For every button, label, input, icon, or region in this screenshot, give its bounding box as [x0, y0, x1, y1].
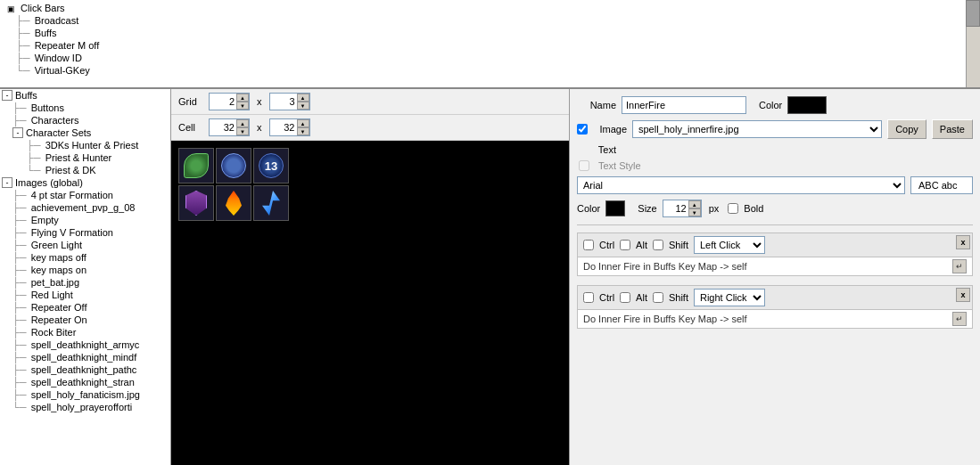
action-shift-1[interactable]: [653, 240, 663, 250]
copy-button[interactable]: Copy: [887, 119, 926, 139]
tree-item-repeater-on[interactable]: ├─ Repeater On: [0, 314, 170, 326]
tree-item-characters[interactable]: ├─ Characters: [0, 114, 170, 126]
tree-item-holy-prayer[interactable]: └─ spell_holy_prayerofforti: [0, 401, 170, 413]
top-item-buffs[interactable]: ├─ Buffs: [4, 27, 964, 39]
tree-item-pet-bat[interactable]: ├─ pet_bat.jpg: [0, 276, 170, 289]
cell-x-up[interactable]: ▲: [236, 119, 249, 127]
button-cell-0[interactable]: [178, 148, 214, 184]
tree-item-rock-biter[interactable]: ├─ Rock Biter: [0, 326, 170, 339]
tree-item-red-light[interactable]: ├─ Red Light: [0, 289, 170, 301]
top-item-label-gkey: Virtual-GKey: [35, 65, 90, 76]
expand-icon-images: -: [2, 177, 12, 188]
cell-y-down[interactable]: ▼: [297, 127, 309, 135]
image-select[interactable]: spell_holy_innerfire.jpg: [632, 120, 882, 138]
button-cell-2[interactable]: 13: [253, 148, 289, 184]
cell-y-input[interactable]: [270, 121, 297, 134]
tree-item-repeater-off[interactable]: ├─ Repeater Off: [0, 301, 170, 314]
grid-x-up[interactable]: ▲: [236, 94, 249, 102]
top-item-gkey[interactable]: └─ Virtual-GKey: [4, 64, 964, 77]
button-cell-3[interactable]: [178, 185, 214, 221]
action-ctrl-1[interactable]: [583, 240, 594, 250]
icon-lightning: [262, 191, 280, 216]
top-item-repeater[interactable]: ├─ Repeater M off: [4, 39, 964, 52]
top-item-label-broadcast: Broadcast: [35, 15, 79, 26]
action-alt-2[interactable]: [620, 292, 630, 303]
top-scrollbar[interactable]: [966, 0, 980, 87]
tree-item-keymaps-on[interactable]: ├─ key maps on: [0, 264, 170, 276]
grid-y-input[interactable]: [270, 95, 297, 108]
button-cell-1[interactable]: [216, 148, 251, 184]
tree-item-green-light[interactable]: ├─ Green Light: [0, 239, 170, 251]
action-block-left-click: Ctrl Alt Shift Left Click Right Click x …: [577, 232, 973, 276]
grid-x-spin[interactable]: ▲ ▼: [209, 93, 250, 110]
tree-item-dk-mind[interactable]: ├─ spell_deathknight_mindf: [0, 351, 170, 363]
cell-y-up[interactable]: ▲: [297, 119, 309, 127]
action-shift-2[interactable]: [653, 292, 663, 303]
section-character-sets[interactable]: - Character Sets: [0, 126, 170, 139]
canvas-area[interactable]: 13: [171, 141, 569, 465]
tree-item-priest-dk[interactable]: └─ Priest & DK: [0, 164, 170, 176]
top-item-windowid[interactable]: ├─ Window ID: [4, 52, 964, 64]
size-input[interactable]: [663, 202, 688, 215]
tree-item-3dks[interactable]: ├─ 3DKs Hunter & Priest: [0, 139, 170, 151]
cell-x-spin[interactable]: ▲ ▼: [209, 118, 250, 136]
click-type-select-1[interactable]: Left Click Right Click: [694, 236, 765, 254]
color-picker-small[interactable]: [605, 200, 625, 216]
action-arrow-1[interactable]: ↵: [952, 259, 967, 273]
top-item-broadcast[interactable]: ├─ Broadcast: [4, 14, 964, 27]
top-item-label-buffs: Buffs: [35, 28, 57, 38]
tree-item-4pt[interactable]: ├─ 4 pt star Formation: [0, 189, 170, 201]
font-preview: ABC abc: [910, 176, 973, 194]
action-close-2[interactable]: x: [956, 288, 970, 302]
size-down[interactable]: ▼: [688, 208, 701, 216]
cell-x-down[interactable]: ▼: [236, 127, 249, 135]
grid-y-up[interactable]: ▲: [297, 94, 309, 102]
tree-item-buttons[interactable]: ├─ Buttons: [0, 102, 170, 114]
grid-y-down[interactable]: ▼: [297, 102, 309, 110]
text-style-row: Text Style: [577, 160, 973, 171]
scrollbar-thumb[interactable]: [966, 0, 980, 27]
top-item-label-repeater: Repeater M off: [35, 40, 100, 51]
grid-x-down[interactable]: ▼: [236, 102, 249, 110]
top-panel-header[interactable]: ▣ Click Bars: [4, 2, 964, 14]
label-repeater-on: Repeater On: [31, 314, 87, 325]
tree-item-dk-army[interactable]: ├─ spell_deathknight_armyc: [0, 339, 170, 351]
tree-item-keymaps-off[interactable]: ├─ key maps off: [0, 251, 170, 264]
cell-x-input[interactable]: [210, 121, 236, 134]
size-up[interactable]: ▲: [688, 200, 701, 208]
grid-x-input[interactable]: [210, 95, 236, 108]
font-select[interactable]: Arial: [577, 176, 905, 194]
color-size-row: Color Size ▲ ▼ px Bold: [577, 200, 973, 217]
click-type-select-2[interactable]: Left Click Right Click: [694, 289, 765, 306]
size-spin[interactable]: ▲ ▼: [663, 200, 702, 217]
bold-checkbox[interactable]: [728, 203, 738, 214]
grid-y-spin[interactable]: ▲ ▼: [269, 93, 310, 110]
tree-item-priest-hunter[interactable]: ├─ Priest & Hunter: [0, 151, 170, 164]
tree-item-achievement[interactable]: ├─ achievement_pvp_g_08: [0, 201, 170, 214]
action-alt-1[interactable]: [620, 240, 630, 250]
tree-item-holy-fanaticism[interactable]: ├─ spell_holy_fanaticism.jpg: [0, 388, 170, 401]
label-red-light: Red Light: [31, 290, 73, 300]
text-style-checkbox[interactable]: [579, 160, 589, 171]
button-cell-4[interactable]: [216, 185, 251, 221]
action-ctrl-2[interactable]: [583, 292, 594, 303]
action-arrow-2[interactable]: ↵: [952, 312, 967, 326]
label-4pt: 4 pt star Formation: [31, 190, 113, 200]
tree-item-empty[interactable]: ├─ Empty: [0, 214, 170, 226]
action-close-1[interactable]: x: [956, 235, 970, 249]
color-picker[interactable]: [787, 96, 827, 114]
cell-y-spin[interactable]: ▲ ▼: [269, 118, 310, 136]
middle-panel: Grid ▲ ▼ x ▲ ▼ Cell: [171, 89, 570, 465]
tree-item-flyingv[interactable]: ├─ Flying V Formation: [0, 226, 170, 239]
paste-button[interactable]: Paste: [932, 119, 973, 139]
image-checkbox[interactable]: [577, 124, 588, 135]
section-label-buffs: Buffs: [15, 90, 37, 101]
section-buffs[interactable]: - Buffs: [0, 89, 170, 102]
name-input[interactable]: [622, 96, 746, 114]
button-cell-5[interactable]: [253, 185, 289, 221]
left-panel-scroll[interactable]: - Buffs ├─ Buttons ├─ Characters - Chara…: [0, 89, 170, 465]
tree-item-dk-path[interactable]: ├─ spell_deathknight_pathc: [0, 363, 170, 376]
tree-item-dk-stran[interactable]: ├─ spell_deathknight_stran: [0, 376, 170, 388]
section-images[interactable]: - Images (global): [0, 176, 170, 189]
image-row: Image spell_holy_innerfire.jpg Copy Past…: [577, 119, 973, 139]
